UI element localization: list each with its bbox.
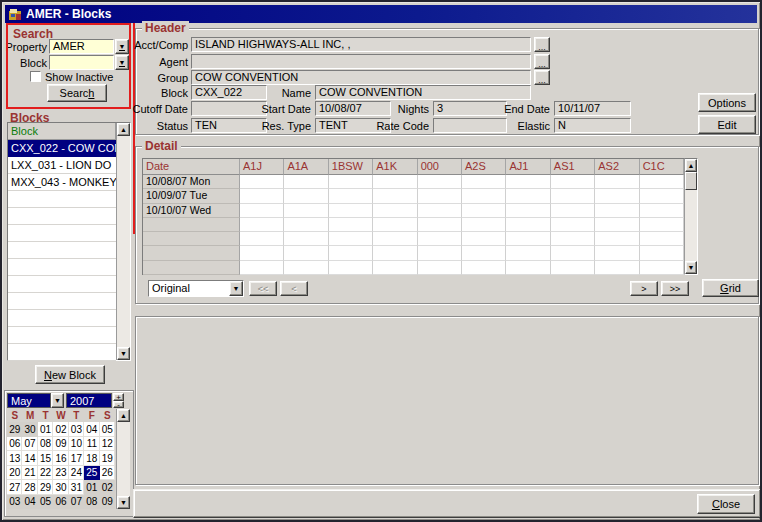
view-selector-combo[interactable]: Original ▼ bbox=[148, 280, 244, 297]
group-ellipsis-button[interactable]: ... bbox=[534, 70, 550, 85]
block-label: Block bbox=[6, 56, 47, 70]
calendar-day[interactable]: 01 bbox=[38, 422, 53, 437]
calendar-day[interactable]: 20 bbox=[7, 466, 22, 481]
lov-arrow-icon: ▼ bbox=[119, 59, 126, 67]
calendar-day[interactable]: 11 bbox=[84, 437, 99, 452]
calendar-day[interactable]: 03 bbox=[7, 495, 22, 510]
nights-label: Nights bbox=[369, 102, 429, 116]
calendar-day[interactable]: 28 bbox=[22, 480, 37, 495]
calendar-day[interactable]: 15 bbox=[38, 451, 53, 466]
block-list-item-empty bbox=[8, 276, 116, 293]
calendar-day[interactable]: 16 bbox=[53, 451, 68, 466]
detail-cell bbox=[240, 232, 284, 246]
calendar-day[interactable]: 17 bbox=[69, 451, 84, 466]
show-inactive-checkbox[interactable] bbox=[30, 71, 41, 82]
calendar-day[interactable]: 29 bbox=[7, 422, 22, 437]
calendar-day-selected[interactable]: 25 bbox=[84, 466, 99, 481]
calendar-day[interactable]: 13 bbox=[7, 451, 22, 466]
block-list-item[interactable]: CXX_022 - COW CONVEN bbox=[8, 140, 116, 157]
detail-row: 10/08/07 Mon bbox=[143, 175, 684, 189]
options-button[interactable]: Options bbox=[698, 93, 756, 112]
search-button[interactable]: Search bbox=[47, 84, 107, 102]
calendar-day[interactable]: 09 bbox=[53, 437, 68, 452]
block-code-label: Block bbox=[132, 86, 188, 100]
nav-last-button[interactable]: >> bbox=[661, 281, 689, 296]
calendar-day[interactable]: 21 bbox=[22, 466, 37, 481]
view-selector-dropdown-button[interactable]: ▼ bbox=[229, 281, 243, 296]
calendar-day[interactable]: 23 bbox=[53, 466, 68, 481]
detail-row bbox=[143, 261, 684, 275]
calendar-day[interactable]: 07 bbox=[69, 495, 84, 510]
block-list-item[interactable]: MXX_043 - MONKEY SEE bbox=[8, 174, 116, 191]
calendar-day[interactable]: 19 bbox=[100, 451, 115, 466]
calendar-day[interactable]: 01 bbox=[84, 480, 99, 495]
agent-field bbox=[191, 54, 531, 69]
calendar-day[interactable]: 14 bbox=[22, 451, 37, 466]
year-spin-down-button[interactable]: - bbox=[113, 401, 124, 408]
blocks-window: AMER - Blocks Search Property AMER ▼ Blo… bbox=[0, 0, 762, 522]
block-lov-button[interactable]: ▼ bbox=[115, 55, 129, 70]
new-block-button[interactable]: New Block bbox=[35, 365, 105, 384]
scrollbar-thumb[interactable] bbox=[685, 172, 697, 190]
calendar-day[interactable]: 29 bbox=[38, 480, 53, 495]
nav-first-button[interactable]: << bbox=[249, 281, 277, 296]
calendar-day[interactable]: 07 bbox=[22, 437, 37, 452]
title-bar[interactable]: AMER - Blocks bbox=[5, 5, 757, 23]
scroll-down-button[interactable]: ▼ bbox=[685, 261, 697, 274]
scroll-up-button[interactable]: ▲ bbox=[117, 409, 130, 422]
calendar-day[interactable]: 05 bbox=[100, 422, 115, 437]
detail-cell bbox=[240, 218, 284, 232]
property-input[interactable]: AMER bbox=[49, 39, 114, 54]
detail-cell bbox=[506, 175, 550, 189]
calendar-scrollbar[interactable]: ▲ ▼ bbox=[116, 409, 130, 509]
calendar-day[interactable]: 30 bbox=[53, 480, 68, 495]
calendar-month-dropdown-button[interactable]: ▼ bbox=[51, 393, 64, 408]
block-list-item[interactable]: LXX_031 - LION DO bbox=[8, 157, 116, 174]
calendar-week: 27282930310102 bbox=[7, 480, 115, 495]
calendar-day[interactable]: 27 bbox=[7, 480, 22, 495]
calendar-day[interactable]: 30 bbox=[22, 422, 37, 437]
calendar-day[interactable]: 03 bbox=[69, 422, 84, 437]
agent-ellipsis-button[interactable]: ... bbox=[534, 54, 550, 69]
scroll-up-button[interactable]: ▲ bbox=[117, 123, 130, 136]
calendar-day[interactable]: 31 bbox=[69, 480, 84, 495]
calendar-day[interactable]: 22 bbox=[38, 466, 53, 481]
calendar-day[interactable]: 04 bbox=[22, 495, 37, 510]
calendar-day[interactable]: 06 bbox=[53, 495, 68, 510]
calendar-year-field[interactable]: 2007 bbox=[66, 393, 112, 408]
detail-cell bbox=[462, 204, 506, 218]
end-date-label: End Date bbox=[490, 102, 550, 116]
block-input[interactable] bbox=[49, 55, 114, 70]
calendar-day[interactable]: 06 bbox=[7, 437, 22, 452]
calendar-day[interactable]: 18 bbox=[84, 451, 99, 466]
calendar-day[interactable]: 08 bbox=[84, 495, 99, 510]
calendar-day[interactable]: 02 bbox=[53, 422, 68, 437]
detail-scrollbar[interactable]: ▲ ▼ bbox=[684, 158, 698, 275]
nav-prev-button[interactable]: < bbox=[280, 281, 308, 296]
view-selector-value: Original bbox=[152, 282, 190, 294]
edit-button[interactable]: Edit bbox=[698, 115, 756, 134]
calendar-day[interactable]: 10 bbox=[69, 437, 84, 452]
calendar-day[interactable]: 12 bbox=[100, 437, 115, 452]
grid-button[interactable]: Grid bbox=[702, 279, 759, 297]
calendar-day[interactable]: 02 bbox=[100, 480, 115, 495]
detail-cell bbox=[240, 175, 284, 189]
nav-next-button[interactable]: > bbox=[630, 281, 658, 296]
calendar-day[interactable]: 08 bbox=[38, 437, 53, 452]
detail-date-cell bbox=[143, 246, 240, 260]
calendar-day[interactable]: 04 bbox=[84, 422, 99, 437]
calendar-day[interactable]: 05 bbox=[38, 495, 53, 510]
acct-comp-label: Acct/Comp bbox=[132, 38, 188, 52]
scroll-up-button[interactable]: ▲ bbox=[685, 159, 697, 172]
calendar-day[interactable]: 26 bbox=[100, 466, 115, 481]
column-header: A1J bbox=[240, 159, 284, 175]
acct-comp-ellipsis-button[interactable]: ... bbox=[534, 37, 550, 52]
calendar-month-select[interactable]: May bbox=[7, 393, 51, 408]
property-lov-button[interactable]: ▼ bbox=[115, 39, 129, 54]
scroll-down-button[interactable]: ▼ bbox=[117, 347, 130, 360]
calendar-day[interactable]: 09 bbox=[100, 495, 115, 510]
scroll-down-button[interactable]: ▼ bbox=[117, 496, 130, 509]
close-button[interactable]: Close bbox=[697, 494, 755, 514]
calendar-day[interactable]: 24 bbox=[69, 466, 84, 481]
blocks-scrollbar[interactable]: ▲ ▼ bbox=[116, 123, 130, 360]
